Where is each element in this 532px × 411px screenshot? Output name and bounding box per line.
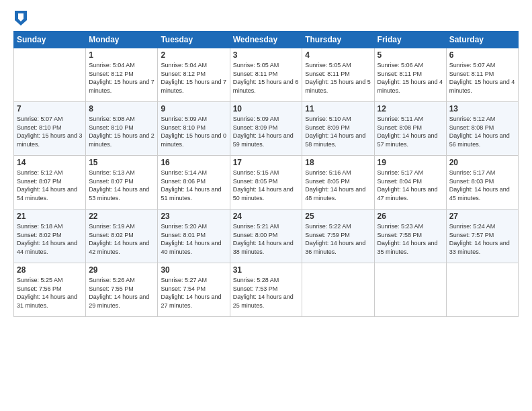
weekday-tuesday: Tuesday xyxy=(158,32,230,48)
day-number: 21 xyxy=(17,212,83,221)
week-row-3: 14Sunrise: 5:12 AMSunset: 8:07 PMDayligh… xyxy=(14,156,519,210)
day-cell: 17Sunrise: 5:15 AMSunset: 8:05 PMDayligh… xyxy=(230,156,302,210)
day-number: 1 xyxy=(89,50,154,60)
day-number: 22 xyxy=(89,212,154,221)
day-cell xyxy=(446,263,518,317)
day-number: 24 xyxy=(233,212,300,221)
day-info: Sunrise: 5:22 AMSunset: 7:59 PMDaylight:… xyxy=(305,222,371,256)
day-info: Sunrise: 5:09 AMSunset: 8:09 PMDaylight:… xyxy=(233,115,300,148)
day-number: 4 xyxy=(305,50,371,60)
day-cell: 2Sunrise: 5:04 AMSunset: 8:12 PMDaylight… xyxy=(158,48,230,102)
day-cell: 10Sunrise: 5:09 AMSunset: 8:09 PMDayligh… xyxy=(230,102,302,156)
day-cell: 30Sunrise: 5:27 AMSunset: 7:54 PMDayligh… xyxy=(158,263,230,317)
week-row-1: 1Sunrise: 5:04 AMSunset: 8:12 PMDaylight… xyxy=(14,48,519,102)
weekday-header-row: SundayMondayTuesdayWednesdayThursdayFrid… xyxy=(14,32,519,48)
day-info: Sunrise: 5:28 AMSunset: 7:53 PMDaylight:… xyxy=(233,276,300,310)
day-cell: 22Sunrise: 5:19 AMSunset: 8:02 PMDayligh… xyxy=(86,210,158,263)
day-info: Sunrise: 5:08 AMSunset: 8:10 PMDaylight:… xyxy=(89,115,154,148)
day-cell: 21Sunrise: 5:18 AMSunset: 8:02 PMDayligh… xyxy=(14,210,86,263)
day-number: 11 xyxy=(305,104,371,113)
day-cell: 11Sunrise: 5:10 AMSunset: 8:09 PMDayligh… xyxy=(302,102,374,156)
day-info: Sunrise: 5:06 AMSunset: 8:11 PMDaylight:… xyxy=(378,61,443,95)
day-number: 3 xyxy=(233,50,300,60)
day-cell xyxy=(302,263,374,317)
day-info: Sunrise: 5:14 AMSunset: 8:06 PMDaylight:… xyxy=(161,169,226,202)
day-info: Sunrise: 5:04 AMSunset: 8:12 PMDaylight:… xyxy=(161,61,226,95)
day-cell: 29Sunrise: 5:26 AMSunset: 7:55 PMDayligh… xyxy=(86,263,158,317)
day-info: Sunrise: 5:15 AMSunset: 8:05 PMDaylight:… xyxy=(233,169,300,202)
day-info: Sunrise: 5:07 AMSunset: 8:10 PMDaylight:… xyxy=(17,115,83,148)
day-number: 18 xyxy=(305,158,371,167)
day-number: 27 xyxy=(449,212,515,221)
day-number: 30 xyxy=(161,265,226,275)
weekday-saturday: Saturday xyxy=(446,32,518,48)
week-row-4: 21Sunrise: 5:18 AMSunset: 8:02 PMDayligh… xyxy=(14,210,519,263)
day-info: Sunrise: 5:27 AMSunset: 7:54 PMDaylight:… xyxy=(161,276,226,310)
day-number: 16 xyxy=(161,158,226,167)
day-info: Sunrise: 5:23 AMSunset: 7:58 PMDaylight:… xyxy=(378,222,443,256)
week-row-5: 28Sunrise: 5:25 AMSunset: 7:56 PMDayligh… xyxy=(14,263,519,317)
day-info: Sunrise: 5:10 AMSunset: 8:09 PMDaylight:… xyxy=(305,115,371,148)
day-info: Sunrise: 5:24 AMSunset: 7:57 PMDaylight:… xyxy=(449,222,515,256)
day-cell: 3Sunrise: 5:05 AMSunset: 8:11 PMDaylight… xyxy=(230,48,302,102)
header xyxy=(13,12,519,27)
day-info: Sunrise: 5:17 AMSunset: 8:04 PMDaylight:… xyxy=(378,169,443,202)
day-cell: 15Sunrise: 5:13 AMSunset: 8:07 PMDayligh… xyxy=(86,156,158,210)
day-number: 19 xyxy=(378,158,443,167)
day-number: 5 xyxy=(378,50,443,60)
day-number: 6 xyxy=(449,50,515,60)
day-cell: 1Sunrise: 5:04 AMSunset: 8:12 PMDaylight… xyxy=(86,48,158,102)
day-cell: 26Sunrise: 5:23 AMSunset: 7:58 PMDayligh… xyxy=(374,210,446,263)
weekday-friday: Friday xyxy=(374,32,446,48)
day-cell: 5Sunrise: 5:06 AMSunset: 8:11 PMDaylight… xyxy=(374,48,446,102)
day-number: 26 xyxy=(378,212,443,221)
day-number: 20 xyxy=(449,158,515,167)
day-info: Sunrise: 5:25 AMSunset: 7:56 PMDaylight:… xyxy=(17,276,83,310)
day-number: 23 xyxy=(161,212,226,221)
day-cell: 9Sunrise: 5:09 AMSunset: 8:10 PMDaylight… xyxy=(158,102,230,156)
day-number: 31 xyxy=(233,265,300,275)
day-cell: 18Sunrise: 5:16 AMSunset: 8:05 PMDayligh… xyxy=(302,156,374,210)
day-info: Sunrise: 5:05 AMSunset: 8:11 PMDaylight:… xyxy=(233,61,300,95)
day-info: Sunrise: 5:26 AMSunset: 7:55 PMDaylight:… xyxy=(89,276,154,310)
day-cell: 23Sunrise: 5:20 AMSunset: 8:01 PMDayligh… xyxy=(158,210,230,263)
day-info: Sunrise: 5:12 AMSunset: 8:08 PMDaylight:… xyxy=(449,115,515,148)
day-cell xyxy=(374,263,446,317)
day-info: Sunrise: 5:18 AMSunset: 8:02 PMDaylight:… xyxy=(17,222,83,256)
day-number: 28 xyxy=(17,265,83,275)
weekday-monday: Monday xyxy=(86,32,158,48)
day-number: 12 xyxy=(378,104,443,113)
day-info: Sunrise: 5:04 AMSunset: 8:12 PMDaylight:… xyxy=(89,61,154,95)
day-info: Sunrise: 5:17 AMSunset: 8:03 PMDaylight:… xyxy=(449,169,515,202)
day-cell: 13Sunrise: 5:12 AMSunset: 8:08 PMDayligh… xyxy=(446,102,518,156)
day-info: Sunrise: 5:20 AMSunset: 8:01 PMDaylight:… xyxy=(161,222,226,256)
day-cell: 27Sunrise: 5:24 AMSunset: 7:57 PMDayligh… xyxy=(446,210,518,263)
day-cell: 8Sunrise: 5:08 AMSunset: 8:10 PMDaylight… xyxy=(86,102,158,156)
day-cell: 14Sunrise: 5:12 AMSunset: 8:07 PMDayligh… xyxy=(14,156,86,210)
logo xyxy=(13,12,27,27)
day-number: 29 xyxy=(89,265,154,275)
day-cell: 28Sunrise: 5:25 AMSunset: 7:56 PMDayligh… xyxy=(14,263,86,317)
day-info: Sunrise: 5:12 AMSunset: 8:07 PMDaylight:… xyxy=(17,169,83,202)
day-number: 8 xyxy=(89,104,154,113)
day-info: Sunrise: 5:07 AMSunset: 8:11 PMDaylight:… xyxy=(449,61,515,95)
day-info: Sunrise: 5:21 AMSunset: 8:00 PMDaylight:… xyxy=(233,222,300,256)
day-cell xyxy=(14,48,86,102)
weekday-sunday: Sunday xyxy=(14,32,86,48)
day-number: 2 xyxy=(161,50,226,60)
day-cell: 31Sunrise: 5:28 AMSunset: 7:53 PMDayligh… xyxy=(230,263,302,317)
day-number: 25 xyxy=(305,212,371,221)
weekday-thursday: Thursday xyxy=(302,32,374,48)
day-info: Sunrise: 5:05 AMSunset: 8:11 PMDaylight:… xyxy=(305,61,371,95)
day-cell: 7Sunrise: 5:07 AMSunset: 8:10 PMDaylight… xyxy=(14,102,86,156)
week-row-2: 7Sunrise: 5:07 AMSunset: 8:10 PMDaylight… xyxy=(14,102,519,156)
day-number: 14 xyxy=(17,158,83,167)
page-container: SundayMondayTuesdayWednesdayThursdayFrid… xyxy=(0,0,532,324)
day-number: 7 xyxy=(17,104,83,113)
day-cell: 19Sunrise: 5:17 AMSunset: 8:04 PMDayligh… xyxy=(374,156,446,210)
day-number: 9 xyxy=(161,104,226,113)
day-number: 15 xyxy=(89,158,154,167)
calendar: SundayMondayTuesdayWednesdayThursdayFrid… xyxy=(13,31,519,317)
day-cell: 12Sunrise: 5:11 AMSunset: 8:08 PMDayligh… xyxy=(374,102,446,156)
day-info: Sunrise: 5:16 AMSunset: 8:05 PMDaylight:… xyxy=(305,169,371,202)
